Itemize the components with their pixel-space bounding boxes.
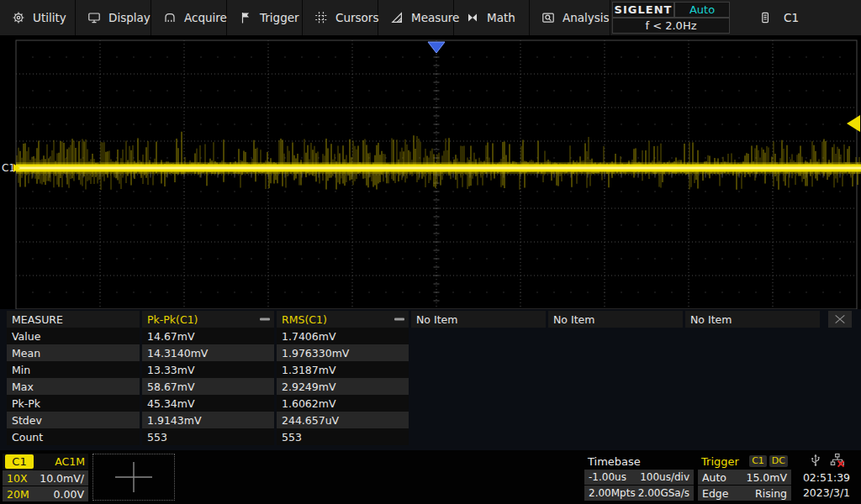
measure-row: Stdev1.9143mV244.657uV — [7, 412, 820, 428]
channel1-tab[interactable]: C1 — [5, 454, 34, 469]
menu-item-acquire[interactable]: Acquire — [151, 0, 227, 35]
measure-column-label: RMS(C1) — [282, 313, 327, 326]
channel1-zero-label: C1 — [2, 162, 15, 174]
close-measure-panel-button[interactable] — [828, 311, 852, 328]
add-channel-button[interactable] — [92, 454, 175, 501]
menu-item-measure[interactable]: Measure — [378, 0, 454, 35]
menu-item-trigger[interactable]: Trigger — [227, 0, 303, 35]
measure-row: Min13.33mV1.3187mV — [7, 361, 820, 378]
measure-value: 1.976330mV — [277, 344, 409, 361]
measure-value: 14.3140mV — [142, 344, 274, 361]
measure-icon — [390, 11, 404, 24]
brand-text: SIGLENT — [615, 3, 673, 16]
menu-item-label: Analysis — [563, 11, 610, 24]
trigger-slope: Rising — [755, 487, 787, 500]
measure-value: 1.7406mV — [277, 328, 409, 344]
system-date: 2023/3/1 — [803, 486, 850, 501]
menu-item-label: Display — [108, 11, 151, 24]
measure-column-label: No Item — [690, 313, 732, 326]
trigger-position-marker[interactable] — [428, 42, 445, 53]
lan-disconnected-icon — [830, 453, 845, 471]
brand-logo: SIGLENT — [612, 2, 674, 18]
measure-column-header[interactable]: No Item — [685, 311, 820, 328]
measure-value — [548, 328, 683, 344]
measure-value — [685, 412, 820, 428]
status-bar: C1 AC1M 10X 10.0mV/ 20M 0.00V Timebase -… — [0, 450, 861, 504]
trigger-descriptor[interactable]: Trigger C1 DC Auto 15.0mV Edge Rising — [698, 454, 791, 501]
measure-column-header[interactable]: RMS(C1) — [277, 311, 409, 328]
measure-value: 244.657uV — [277, 412, 409, 428]
measure-row-label: Count — [7, 428, 140, 445]
measure-row: Mean14.3140mV1.976330mV — [7, 344, 820, 361]
acquisition-status-text: Auto — [689, 3, 715, 16]
channel1-descriptor[interactable]: C1 AC1M 10X 10.0mV/ 20M 0.00V — [3, 454, 88, 501]
menu-item-utility[interactable]: Utility — [0, 0, 76, 35]
menu-item-label: Cursors — [335, 11, 378, 24]
analysis-icon — [541, 11, 555, 24]
frequency-readout: f < 2.0Hz — [645, 19, 696, 32]
measure-value — [685, 328, 820, 344]
channel1-probe: 10X — [7, 472, 27, 485]
system-time: 02:51:39 — [803, 470, 850, 486]
trigger-coupling-chip: DC — [769, 455, 788, 467]
measure-value: 58.67mV — [142, 378, 274, 395]
measure-value: 1.6062mV — [277, 395, 409, 412]
measure-panel: MEASUREPk-Pk(C1)RMS(C1)No ItemNo ItemNo … — [0, 309, 861, 450]
measure-column-header[interactable]: No Item — [411, 311, 546, 328]
math-icon — [466, 11, 479, 24]
menu-item-math[interactable]: Math — [454, 0, 530, 35]
trigger-title: Trigger — [701, 455, 739, 468]
counter-source-label: C1 — [784, 11, 799, 24]
measure-value — [685, 395, 820, 412]
usb-icon — [808, 453, 823, 471]
acquire-icon — [163, 11, 177, 24]
measure-value — [411, 395, 546, 412]
timebase-scale: 100us/div — [640, 471, 689, 483]
frequency-counter: f < 2.0Hz — [612, 18, 730, 34]
flag-icon — [239, 11, 252, 24]
menu-item-label: Utility — [33, 11, 66, 24]
menu-bar: UtilityDisplayAcquireTriggerCursorsMeasu… — [0, 0, 861, 35]
timebase-title: Timebase — [588, 455, 641, 468]
measure-value: 553 — [277, 428, 409, 445]
measure-value — [411, 361, 546, 378]
measure-value — [548, 361, 683, 378]
oscilloscope-screen: UtilityDisplayAcquireTriggerCursorsMeasu… — [0, 0, 861, 504]
measure-column-header[interactable]: No Item — [548, 311, 683, 328]
measure-column-header[interactable]: Pk-Pk(C1) — [142, 311, 274, 328]
measure-value — [685, 428, 820, 445]
measure-row: Pk-Pk45.34mV1.6062mV — [7, 395, 820, 412]
menu-item-display[interactable]: Display — [76, 0, 151, 35]
remove-measure-button[interactable] — [259, 313, 271, 325]
trigger-level-marker[interactable] — [847, 115, 860, 132]
measure-value — [411, 428, 546, 445]
menu-item-label: Math — [487, 11, 515, 24]
remove-measure-button[interactable] — [394, 313, 405, 325]
measure-value: 14.67mV — [142, 328, 274, 344]
measure-value: 1.3187mV — [277, 361, 409, 378]
acquisition-status: Auto — [674, 2, 730, 18]
timebase-descriptor[interactable]: Timebase -1.00us 100us/div 2.00Mpts 2.00… — [584, 454, 694, 501]
cursors-icon — [314, 11, 328, 24]
trigger-level: 15.0mV — [746, 471, 787, 484]
menu-items: UtilityDisplayAcquireTriggerCursorsMeasu… — [0, 0, 610, 35]
measure-value: 553 — [142, 428, 274, 445]
measure-value — [685, 361, 820, 378]
measure-column-label: Pk-Pk(C1) — [147, 313, 198, 326]
menu-item-cursors[interactable]: Cursors — [303, 0, 378, 35]
waveform-display[interactable]: C1 — [0, 35, 861, 309]
measure-value — [548, 395, 683, 412]
measure-value — [411, 344, 546, 361]
channel1-coupling: AC1M — [55, 455, 85, 468]
measure-value — [411, 378, 546, 395]
menu-item-label: Measure — [411, 11, 459, 24]
measure-value — [411, 328, 546, 344]
gear-icon — [12, 11, 25, 24]
channel1-offset: 0.00V — [54, 488, 84, 501]
menu-item-analysis[interactable]: Analysis — [530, 0, 610, 35]
measure-value: 13.33mV — [142, 361, 274, 378]
logo-status-block: SIGLENT Auto f < 2.0Hz — [612, 2, 730, 34]
display-icon — [87, 11, 101, 24]
channel1-bandwidth: 20M — [7, 488, 29, 501]
menu-item-label: Trigger — [260, 11, 299, 24]
